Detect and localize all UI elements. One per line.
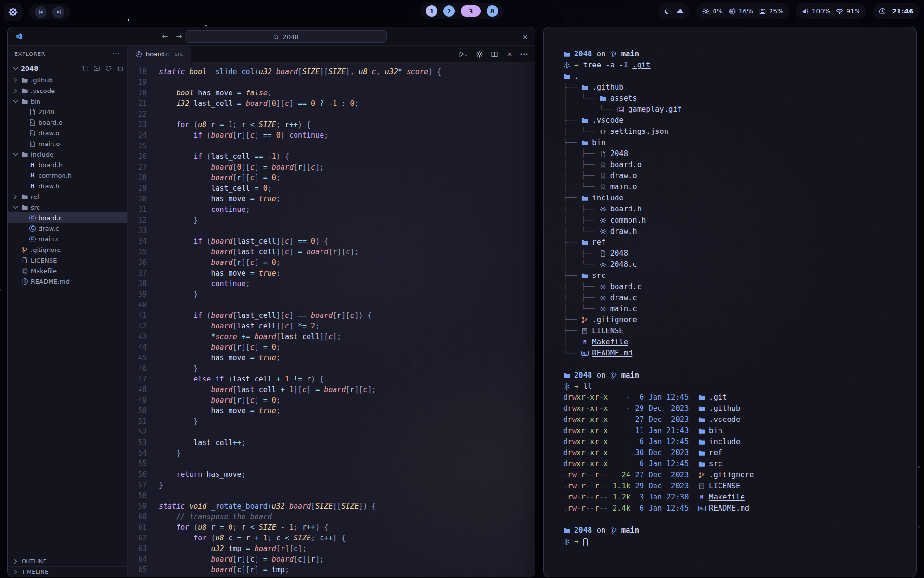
code-line: 26 if (last_cell == -1) {: [128, 151, 535, 162]
tree-item-label: draw.h: [38, 183, 59, 190]
file-name: ref: [592, 237, 605, 248]
line-number: 29: [128, 183, 147, 194]
back-button[interactable]: ←: [162, 32, 168, 41]
prompt-line: 2048 on main: [563, 525, 916, 536]
line-number: 63: [128, 543, 147, 554]
stat-disk[interactable]: 25%: [759, 7, 783, 15]
line-number: 57: [128, 480, 147, 490]
refresh-button[interactable]: [105, 65, 112, 72]
tree-item-draw.o[interactable]: draw.o: [8, 128, 127, 138]
panel-timeline[interactable]: TIMELINE: [8, 566, 127, 577]
more-actions-button[interactable]: ···: [521, 51, 528, 58]
tree-item-include[interactable]: include: [8, 149, 127, 159]
makefile-icon: M: [581, 339, 589, 346]
tree-item-label: 2048: [38, 108, 54, 116]
clock-widget[interactable]: 21:46: [873, 3, 919, 19]
new-folder-button[interactable]: [93, 65, 100, 72]
project-root-label: 2048: [21, 65, 38, 72]
forward-button[interactable]: →: [176, 32, 182, 41]
vscode-logo-icon: [15, 33, 23, 40]
tab-board-c[interactable]: C board.c src: [128, 46, 191, 63]
stat-volume[interactable]: 100%: [802, 7, 831, 15]
tree-item-ref[interactable]: ref: [8, 191, 127, 202]
tree-output-row: │ ├── board.c: [563, 281, 916, 292]
c-source-icon: [599, 228, 607, 235]
prompt-dir: 2048: [574, 370, 592, 381]
minimize-button[interactable]: —: [491, 33, 497, 39]
file-date: 3 Jan 22:30: [635, 492, 689, 503]
tree-item-src[interactable]: src: [8, 202, 127, 212]
settings-button[interactable]: [476, 51, 483, 58]
explorer-more-button[interactable]: ···: [113, 50, 120, 58]
media-prev-button[interactable]: [35, 6, 47, 18]
tree-item-LICENSE[interactable]: LICENSE: [8, 255, 127, 265]
line-number: 61: [128, 522, 147, 533]
run-button[interactable]: [458, 51, 468, 58]
chevron-down-icon: [13, 66, 19, 72]
code-line: 60 // transpose the board: [128, 512, 535, 522]
stat-gear[interactable]: 4%: [702, 7, 722, 15]
media-next-button[interactable]: [52, 6, 64, 18]
file-name: src: [709, 459, 722, 470]
stat-memory[interactable]: 16%: [729, 7, 753, 15]
stat-wifi[interactable]: 91%: [836, 7, 860, 15]
search-value: 2048: [282, 33, 298, 40]
new-file-button[interactable]: [82, 65, 89, 72]
tree-item-.gitignore[interactable]: .gitignore: [8, 244, 127, 255]
tree-item-2048[interactable]: 2048: [8, 106, 127, 117]
file-date: 6 Jan 12:45: [635, 436, 689, 447]
folder-icon: [698, 427, 706, 434]
file-name: .gitignore: [592, 315, 637, 326]
tree-item-board.h[interactable]: Hboard.h: [8, 159, 127, 170]
code-line: 18static bool _slide_col(u32 board[SIZE]…: [128, 66, 535, 77]
code-line: 38 continue;: [128, 278, 535, 289]
search-box[interactable]: 2048: [185, 30, 387, 43]
tree-item-common.h[interactable]: Hcommon.h: [8, 170, 127, 181]
markdown-icon: M↓: [581, 350, 589, 357]
skip-prev-icon: [38, 9, 44, 15]
tree-item-README.md[interactable]: iREADME.md: [8, 276, 127, 287]
tree-item-bin[interactable]: bin: [8, 96, 127, 106]
file-size: -: [613, 459, 630, 470]
workspace-button-1[interactable]: 1: [426, 5, 437, 17]
workspace-button-2[interactable]: 2: [443, 5, 455, 17]
close-editor-button[interactable]: ×: [506, 51, 513, 58]
file-date: 29 Dec 2023: [635, 403, 689, 414]
file-name: LICENSE: [709, 481, 740, 492]
file-list-row: .rw-r--r-- 1.1k 29 Dec 2023 LICENSE: [563, 481, 916, 492]
workspace-button-3[interactable]: 3: [461, 5, 481, 17]
system-stats-widget[interactable]: 4%16%25%: [696, 3, 789, 19]
folder-icon: [21, 204, 28, 211]
tree-item-Makefile[interactable]: Makefile: [8, 265, 127, 276]
panel-outline[interactable]: OUTLINE: [8, 556, 127, 566]
collapse-all-button[interactable]: [116, 65, 123, 72]
project-root-item[interactable]: 2048: [8, 62, 127, 75]
terminal-window[interactable]: 2048 on main→ tree -a -I .git.├── .githu…: [543, 27, 917, 577]
tree-item-.github[interactable]: .github: [8, 75, 127, 85]
logo-button[interactable]: [4, 3, 22, 21]
audio-network-widget[interactable]: 100%91%: [796, 3, 867, 19]
chevron-right-icon: [13, 569, 19, 575]
code-line: 46 }: [128, 363, 535, 374]
memory-icon: [729, 8, 736, 15]
wifi-icon: [836, 8, 843, 15]
tree-item-main.o[interactable]: main.o: [8, 138, 127, 149]
split-editor-button[interactable]: [491, 51, 498, 58]
file-tree: .github.vscodebin2048board.odraw.omain.o…: [8, 75, 127, 287]
git-icon: [698, 472, 706, 479]
weather-widget[interactable]: [658, 3, 690, 19]
stat-value: 25%: [769, 7, 783, 15]
tree-item-draw.h[interactable]: Hdraw.h: [8, 181, 127, 191]
file-name: .vscode: [709, 414, 740, 425]
image-icon: [617, 106, 625, 113]
tree-item-draw.c[interactable]: Cdraw.c: [8, 223, 127, 234]
file-name: .gitignore: [709, 470, 754, 481]
tree-item-board.c[interactable]: Cboard.c: [8, 212, 127, 223]
tree-output-row: │ ├── 2048: [563, 248, 916, 259]
close-button[interactable]: ×: [522, 33, 528, 40]
code-editor[interactable]: 18static bool _slide_col(u32 board[SIZE]…: [128, 63, 535, 577]
tree-item-board.o[interactable]: board.o: [8, 117, 127, 128]
tree-item-.vscode[interactable]: .vscode: [8, 85, 127, 96]
workspace-button-8[interactable]: 8: [487, 5, 498, 17]
tree-item-main.c[interactable]: Cmain.c: [8, 234, 127, 244]
